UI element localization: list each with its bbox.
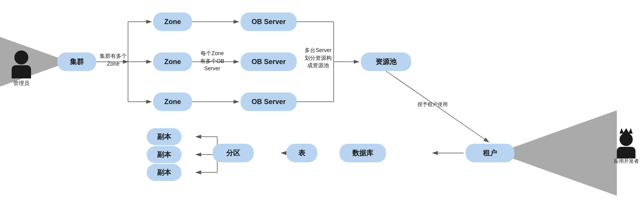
- obs1-node: OB Server: [241, 12, 297, 31]
- zone-to-obs-label: 每个Zone 有多个OB Server: [195, 50, 230, 73]
- pool-to-tenant-label: 授予租户使用: [411, 101, 454, 108]
- obs3-node: OB Server: [241, 92, 297, 111]
- obs-to-pool-label: 多台Server 划分资源构 成资源池: [299, 47, 338, 70]
- developer-person: 应用开发者: [617, 128, 635, 155]
- replica1-node: 副本: [147, 128, 182, 145]
- replica3-node: 副本: [147, 164, 182, 181]
- manager-body-icon: [12, 65, 31, 78]
- cluster-to-zone-label: 集群有多个 Zone: [98, 52, 129, 68]
- resource-pool-node: 资源池: [361, 52, 411, 71]
- developer-head-icon: [620, 133, 633, 146]
- zone1-node: Zone: [153, 12, 192, 31]
- developer-body-icon: [617, 147, 635, 158]
- tenant-node: 租户: [466, 144, 514, 162]
- database-node: 数据库: [339, 144, 386, 162]
- manager-head-icon: [14, 50, 28, 64]
- developer-label: 应用开发者: [611, 158, 642, 165]
- partition-node: 分区: [213, 144, 254, 162]
- zone3-node: Zone: [153, 92, 192, 111]
- replica2-node: 副本: [147, 146, 182, 163]
- manager-person: 管理员: [12, 50, 31, 78]
- developer-icon: [617, 128, 635, 155]
- cluster-node: 集群: [57, 52, 96, 71]
- manager-label: 管理员: [10, 80, 33, 87]
- diagram: 管理员 集群 Zone Zone Zone OB Server OB Serve…: [0, 0, 644, 207]
- table-node: 表: [286, 144, 317, 162]
- zone2-node: Zone: [153, 52, 192, 71]
- obs2-node: OB Server: [241, 52, 297, 71]
- arrows-svg: [0, 0, 644, 207]
